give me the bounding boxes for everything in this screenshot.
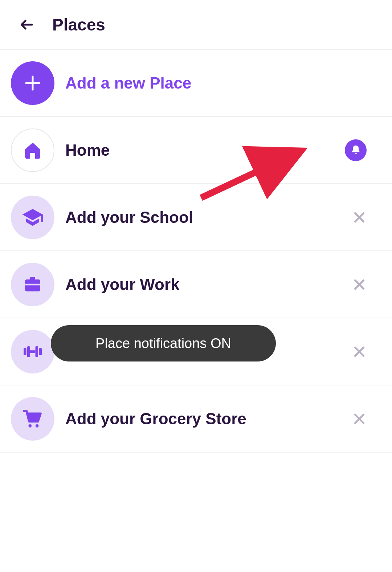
add-place-button[interactable] (11, 61, 54, 105)
plus-icon (23, 73, 42, 93)
briefcase-icon (23, 274, 43, 295)
dismiss-button[interactable] (350, 275, 368, 294)
add-place-row[interactable]: Add a new Place (0, 50, 392, 116)
close-icon (352, 344, 367, 359)
divider (0, 452, 392, 453)
place-row-grocery[interactable]: Add your Grocery Store (0, 385, 392, 452)
places-list: Add a new Place Home Add your School (0, 50, 392, 453)
work-icon-circle (11, 263, 54, 306)
home-icon (23, 140, 43, 160)
svg-rect-4 (39, 348, 42, 355)
svg-rect-1 (27, 346, 30, 357)
gym-icon-circle (11, 330, 54, 373)
close-icon (352, 210, 367, 225)
add-place-label: Add a new Place (65, 74, 381, 92)
back-button[interactable] (16, 14, 38, 36)
graduation-cap-icon (21, 206, 44, 229)
svg-rect-0 (24, 348, 26, 355)
dismiss-button[interactable] (350, 410, 368, 428)
shopping-cart-icon (22, 408, 43, 429)
close-icon (352, 277, 367, 292)
place-label: Add your Grocery Store (65, 410, 350, 428)
place-row-school[interactable]: Add your School (0, 184, 392, 250)
close-icon (352, 412, 367, 426)
home-icon-circle (11, 128, 54, 172)
place-label: Home (65, 141, 345, 159)
place-row-work[interactable]: Add your Work (0, 251, 392, 318)
header: Places (0, 0, 392, 49)
toast-notification: Place notifications ON (51, 325, 276, 361)
dismiss-button[interactable] (350, 343, 368, 361)
arrow-left-icon (19, 17, 35, 33)
place-label: Add your School (65, 208, 350, 226)
svg-point-5 (28, 424, 32, 427)
toast-message: Place notifications ON (95, 336, 231, 351)
place-row-home[interactable]: Home (0, 117, 392, 183)
notification-toggle-button[interactable] (345, 139, 367, 161)
dismiss-button[interactable] (350, 208, 368, 226)
grocery-icon-circle (11, 397, 54, 441)
svg-rect-2 (30, 350, 36, 353)
school-icon-circle (11, 196, 54, 239)
bell-icon (350, 144, 362, 156)
place-label: Add your Work (65, 275, 350, 294)
svg-point-6 (36, 424, 39, 427)
svg-rect-3 (36, 346, 38, 357)
page-title: Places (52, 15, 105, 34)
dumbbell-icon (22, 341, 44, 363)
